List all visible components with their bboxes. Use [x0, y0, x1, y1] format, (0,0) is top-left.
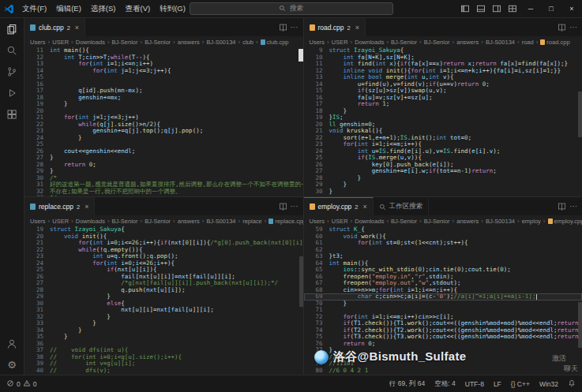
- breadcrumb-item[interactable]: employ.cpp: [548, 218, 582, 225]
- toggle-panel-icon[interactable]: [473, 4, 489, 13]
- code-line-76[interactable]: 76 return 0;: [304, 341, 582, 348]
- toggle-secondary-sidebar-icon[interactable]: [489, 4, 505, 13]
- close-button[interactable]: ×: [561, 0, 582, 17]
- code-editor[interactable]: 11int main(){12 int T;cin>>T;while(T--){…: [24, 47, 303, 196]
- code-line-61[interactable]: 61 for(int st=0;st<(1<<cnt);st++){: [304, 240, 582, 247]
- breadcrumb-item[interactable]: answers: [456, 218, 479, 225]
- run-debug-icon[interactable]: [0, 82, 24, 103]
- editor-scrollbar[interactable]: [578, 47, 582, 196]
- more-actions-icon[interactable]: ···: [291, 23, 299, 32]
- breadcrumb-item[interactable]: BJ-S00134: [206, 218, 235, 225]
- status-item-2[interactable]: UTF-8: [465, 380, 484, 388]
- breadcrumb-item[interactable]: BJ-S00134: [206, 39, 235, 46]
- minimize-button[interactable]: ─: [520, 0, 541, 17]
- more-actions-icon[interactable]: ···: [569, 202, 577, 211]
- breadcrumb-item[interactable]: Downloads: [355, 39, 384, 46]
- tab-road.cpp[interactable]: road.cpp2×: [304, 18, 366, 36]
- breadcrumb-item[interactable]: USER: [52, 39, 69, 46]
- breadcrumb-item[interactable]: BJ-Senior: [145, 218, 171, 225]
- code-line-26[interactable]: 26 cout<<genshin<<endl;: [24, 148, 303, 155]
- tab-club.cpp[interactable]: club.cpp2×: [24, 18, 85, 36]
- menu-item-2[interactable]: 选择(S): [86, 0, 121, 17]
- breadcrumb-item[interactable]: BJ-Senior: [424, 218, 450, 225]
- breadcrumb-item[interactable]: Users: [310, 218, 325, 225]
- split-editor-icon[interactable]: [279, 23, 287, 32]
- tab-工作区搜索[interactable]: 工作区搜索: [374, 197, 430, 215]
- breadcrumb-item[interactable]: USER: [332, 218, 348, 225]
- breadcrumb-item[interactable]: club: [242, 39, 253, 46]
- breadcrumb-item[interactable]: BJ-Senior: [391, 218, 417, 225]
- editor-scrollbar[interactable]: [299, 47, 303, 196]
- problems-indicator[interactable]: 0 0: [6, 379, 36, 389]
- breadcrumb-item[interactable]: club.cpp: [261, 39, 289, 46]
- status-item-0[interactable]: 行 69, 列 64: [389, 379, 425, 389]
- command-center-search[interactable]: 搜索: [190, 2, 393, 15]
- explorer-icon[interactable]: [0, 18, 24, 39]
- breadcrumb-item[interactable]: employ: [522, 218, 541, 225]
- source-control-icon[interactable]: [0, 61, 24, 82]
- close-tab-icon[interactable]: ×: [75, 24, 79, 32]
- breadcrumb-item[interactable]: answers: [178, 39, 200, 46]
- breadcrumb-item[interactable]: USER: [332, 39, 348, 46]
- code-line-33[interactable]: 33*/: [24, 195, 303, 196]
- breadcrumb-item[interactable]: BJ-S00134: [486, 218, 515, 225]
- extensions-icon[interactable]: [0, 103, 24, 125]
- close-tab-icon[interactable]: ×: [363, 203, 367, 211]
- breadcrumb-item[interactable]: USER: [52, 218, 69, 225]
- status-item-3[interactable]: LF: [494, 380, 501, 388]
- editor-scrollbar[interactable]: [578, 226, 582, 375]
- code-line-29[interactable]: 29}: [24, 168, 303, 175]
- code-line-32[interactable]: 32不存在;如果是一行,我行不把照响中的一个调整。: [24, 189, 303, 196]
- settings-icon[interactable]: ⚙: [0, 354, 24, 375]
- close-tab-icon[interactable]: ×: [84, 203, 88, 211]
- menu-item-1[interactable]: 编辑(E): [51, 0, 86, 17]
- breadcrumb-item[interactable]: BJ-Senior: [112, 218, 138, 225]
- breadcrumb-item[interactable]: BJ-S00134: [486, 39, 515, 46]
- breadcrumb-item[interactable]: answers: [456, 39, 479, 46]
- tab-employ.cpp[interactable]: employ.cpp2×: [304, 197, 374, 215]
- breadcrumb-item[interactable]: Users: [30, 39, 46, 46]
- code-line-40[interactable]: 40// dfs(v);: [24, 368, 303, 375]
- menu-item-0[interactable]: 文件(F): [17, 0, 51, 17]
- tab-replace.cpp[interactable]: replace.cpp2×: [24, 197, 95, 215]
- code-line-29[interactable]: 29 }: [304, 181, 582, 189]
- status-item-5[interactable]: Win32: [539, 380, 558, 388]
- breadcrumb-item[interactable]: BJ-Senior: [424, 39, 450, 46]
- search-icon[interactable]: [0, 39, 24, 61]
- code-line-19[interactable]: 19 }: [24, 101, 303, 108]
- status-item-1[interactable]: 空格: 4: [434, 379, 455, 389]
- maximize-button[interactable]: □: [541, 0, 561, 17]
- code-line-24[interactable]: 24 }: [24, 135, 303, 142]
- code-line-28[interactable]: 28 return 0;: [24, 162, 303, 169]
- customize-layout-icon[interactable]: [505, 4, 520, 13]
- breadcrumb-item[interactable]: BJ-Senior: [391, 39, 417, 46]
- code-line-30[interactable]: 30}: [304, 189, 582, 196]
- breadcrumb-item[interactable]: BJ-Senior: [145, 39, 171, 46]
- code-line-35[interactable]: 35 }: [24, 334, 303, 341]
- code-line-15[interactable]: 15: [24, 74, 303, 81]
- more-actions-icon[interactable]: ···: [569, 23, 577, 32]
- editor-scrollbar[interactable]: [299, 226, 303, 375]
- split-editor-icon[interactable]: [279, 202, 287, 211]
- breadcrumb-item[interactable]: Users: [310, 39, 325, 46]
- split-editor-icon[interactable]: [558, 23, 566, 32]
- code-line-62[interactable]: 62: [304, 247, 582, 254]
- chat-label[interactable]: 聊天: [564, 364, 578, 374]
- account-icon[interactable]: [0, 333, 24, 354]
- code-line-70[interactable]: 70 }: [304, 301, 582, 308]
- breadcrumb-item[interactable]: answers: [178, 218, 200, 225]
- breadcrumb-item[interactable]: Downloads: [355, 218, 384, 225]
- breadcrumb-item[interactable]: Users: [30, 218, 46, 225]
- breadcrumb-item[interactable]: replace.cpp: [268, 218, 302, 225]
- code-editor[interactable]: 19struct Izayoi_Sakuya{20 void init(){21…: [24, 226, 303, 375]
- code-line-80[interactable]: 80//6 0 4 2 1: [304, 368, 582, 375]
- breadcrumb-item[interactable]: replace: [242, 218, 262, 225]
- close-tab-icon[interactable]: ×: [355, 24, 359, 32]
- breadcrumb-item[interactable]: Downloads: [76, 39, 105, 46]
- menu-item-3[interactable]: 查看(V): [120, 0, 155, 17]
- more-actions-icon[interactable]: ···: [291, 202, 299, 211]
- code-line-14[interactable]: 14 for(int j=1;j<=3;j++){: [24, 68, 303, 75]
- breadcrumb-item[interactable]: road: [522, 39, 534, 46]
- bell-icon[interactable]: [568, 379, 576, 389]
- breadcrumb-item[interactable]: Downloads: [76, 218, 105, 225]
